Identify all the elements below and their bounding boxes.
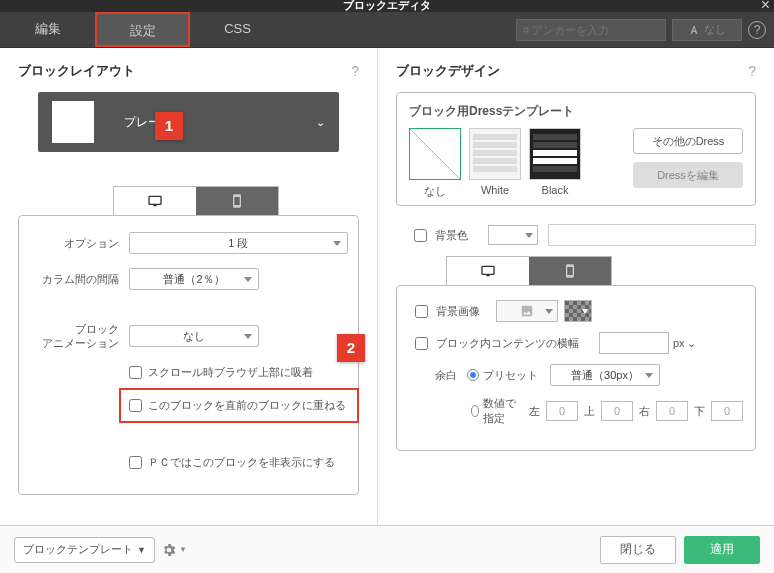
close-button[interactable]: 閉じる [600, 536, 676, 564]
hide-pc-checkbox[interactable] [129, 456, 142, 469]
margin-bottom-label: 下 [694, 404, 705, 419]
anim-select[interactable]: なし [129, 325, 259, 347]
contentwidth-label: ブロック内コンテンツの横幅 [436, 336, 579, 351]
gap-select[interactable]: 普通（2％） [129, 268, 259, 290]
scroll-stick-label: スクロール時ブラウザ上部に吸着 [148, 365, 313, 380]
left-section-title: ブロックレイアウト [18, 62, 135, 80]
bgcolor-label: 背景色 [435, 228, 468, 243]
overlap-label: このブロックを直前のブロックに重ねる [148, 398, 346, 413]
anchor-input[interactable] [516, 19, 666, 41]
help-icon[interactable]: ? [748, 63, 756, 79]
layout-name: プレーン [124, 114, 316, 131]
chevron-down-icon: ⌄ [316, 116, 325, 129]
bgimage-checkbox[interactable] [415, 305, 428, 318]
font-select[interactable]: なし [672, 19, 742, 41]
bgcolor-checkbox[interactable] [414, 229, 427, 242]
contentwidth-unit[interactable]: px ⌄ [673, 337, 696, 350]
option-select[interactable]: 1 段 [129, 232, 348, 254]
block-template-dropdown[interactable]: ブロックテンプレート▼ [14, 537, 155, 563]
margin-label: 余白 [435, 368, 457, 383]
dress-template-white[interactable]: White [469, 128, 521, 196]
help-icon[interactable]: ? [351, 63, 359, 79]
hide-pc-label: ＰＣではこのブロックを非表示にする [148, 455, 335, 470]
margin-left-label: 左 [529, 404, 540, 419]
margin-top-input[interactable]: 0 [601, 401, 633, 421]
design-device-desktop[interactable] [447, 257, 529, 285]
device-tab-mobile[interactable] [196, 187, 278, 215]
bgcolor-value[interactable] [548, 224, 756, 246]
tab-css[interactable]: CSS [190, 12, 285, 47]
scroll-stick-checkbox[interactable] [129, 366, 142, 379]
font-value: なし [704, 22, 726, 37]
dress-title: ブロック用Dressテンプレート [409, 103, 743, 120]
bgimage-label: 背景画像 [436, 304, 480, 319]
design-device-mobile[interactable] [529, 257, 611, 285]
gap-label: カラム間の間隔 [19, 272, 129, 286]
numeric-radio[interactable] [471, 405, 479, 417]
preset-select[interactable]: 普通（30px） [550, 364, 660, 386]
bgcolor-select[interactable] [488, 225, 538, 245]
right-section-title: ブロックデザイン [396, 62, 500, 80]
margin-right-input[interactable]: 0 [656, 401, 688, 421]
bgimage-select[interactable] [496, 300, 558, 322]
other-dress-button[interactable]: その他のDress [633, 128, 743, 154]
layout-thumb [52, 101, 94, 143]
margin-left-input[interactable]: 0 [546, 401, 578, 421]
anim-label: ブロックアニメーション [19, 322, 129, 351]
dress-template-black[interactable]: Black [529, 128, 581, 196]
layout-selector[interactable]: プレーン ⌄ [38, 92, 339, 152]
apply-button[interactable]: 適用 [684, 536, 760, 564]
device-tab-desktop[interactable] [114, 187, 196, 215]
preset-label: プリセット [483, 368, 538, 383]
bgimage-color[interactable] [564, 300, 592, 322]
tab-settings-label: 設定 [130, 23, 156, 38]
callout-badge-1: 1 [155, 112, 183, 140]
preset-radio[interactable] [467, 369, 479, 381]
option-label: オプション [19, 236, 129, 250]
margin-top-label: 上 [584, 404, 595, 419]
callout-badge-2: 2 [337, 334, 365, 362]
contentwidth-input[interactable] [599, 332, 669, 354]
overlap-checkbox[interactable] [129, 399, 142, 412]
tab-settings[interactable]: 設定 [95, 12, 190, 47]
help-icon[interactable]: ? [748, 21, 766, 39]
numeric-label: 数値で指定 [483, 396, 519, 426]
tab-edit[interactable]: 編集 [0, 12, 95, 47]
margin-right-label: 右 [639, 404, 650, 419]
contentwidth-checkbox[interactable] [415, 337, 428, 350]
dress-template-none[interactable]: なし [409, 128, 461, 199]
edit-dress-button[interactable]: Dressを編集 [633, 162, 743, 188]
gear-icon[interactable]: ▼ [161, 542, 187, 558]
margin-bottom-input[interactable]: 0 [711, 401, 743, 421]
